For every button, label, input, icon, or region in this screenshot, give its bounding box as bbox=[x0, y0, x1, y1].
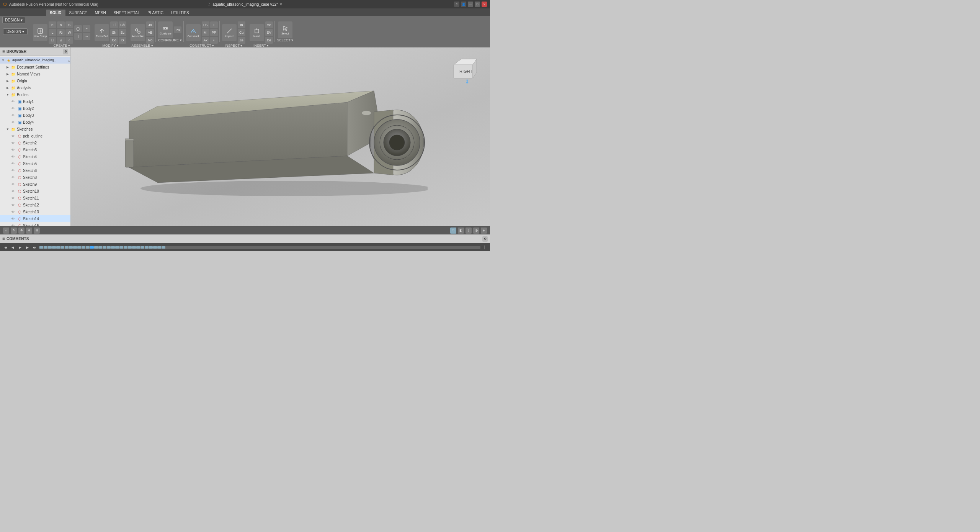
insert-mesh-btn[interactable]: Me bbox=[265, 21, 273, 28]
tree-sketch10[interactable]: 👁 ⬡ Sketch10 bbox=[0, 188, 70, 195]
sketch10-visibility[interactable]: 👁 bbox=[11, 189, 15, 193]
tab-mesh[interactable]: MESH bbox=[91, 10, 110, 16]
construct-label[interactable]: CONSTRUCT ▾ bbox=[189, 44, 214, 47]
tree-sketch12[interactable]: 👁 ⬡ Sketch12 bbox=[0, 201, 70, 208]
rib-btn[interactable]: Ri bbox=[57, 29, 65, 36]
coil-btn[interactable]: ~ bbox=[83, 25, 90, 32]
motion-btn[interactable]: Mo bbox=[146, 37, 154, 44]
measure-btn[interactable]: Inspect bbox=[222, 24, 237, 41]
view-cube[interactable]: RIGHT Z bbox=[452, 55, 482, 86]
parameter-btn[interactable]: Pa bbox=[174, 26, 181, 33]
curvature-btn[interactable]: Cu bbox=[238, 29, 245, 36]
combine-btn[interactable]: Co bbox=[110, 37, 118, 44]
doc-settings-toggle[interactable]: ▶ bbox=[5, 65, 10, 69]
sketch13-visibility[interactable]: 👁 bbox=[11, 210, 15, 214]
tangent-btn[interactable]: T bbox=[210, 21, 218, 28]
insert-label[interactable]: INSERT ▾ bbox=[253, 44, 269, 47]
design-dropdown-wrap[interactable]: DESIGN ▾ bbox=[2, 17, 28, 23]
root-toggle[interactable]: ▼ bbox=[1, 58, 5, 62]
offset-plane-btn[interactable]: Construct bbox=[186, 24, 201, 41]
decal-btn[interactable]: De bbox=[265, 37, 273, 44]
tree-sketch11[interactable]: 👁 ⬡ Sketch11 bbox=[0, 195, 70, 201]
sketch5-visibility[interactable]: 👁 bbox=[11, 161, 15, 166]
tree-origin[interactable]: ▶ 📁 Origin bbox=[0, 77, 70, 84]
analysis-toggle[interactable]: ▶ bbox=[5, 85, 10, 90]
tree-sketch4[interactable]: 👁 ⬡ Sketch4 bbox=[0, 153, 70, 160]
root-options[interactable]: ⊙ bbox=[68, 58, 70, 62]
fillet-btn[interactable]: Fi bbox=[110, 21, 118, 28]
display-mode-btn[interactable]: ◧ bbox=[458, 228, 464, 234]
tree-sketches[interactable]: ▼ 📁 Sketches bbox=[0, 126, 70, 133]
sketch11-visibility[interactable]: 👁 bbox=[11, 196, 15, 200]
sketch6-visibility[interactable]: 👁 bbox=[11, 168, 15, 173]
sweep-btn[interactable]: S bbox=[65, 21, 73, 28]
comments-settings-btn[interactable]: ⚙ bbox=[482, 236, 488, 242]
home-nav-btn[interactable]: ⌂ bbox=[3, 228, 9, 234]
tab-plastic[interactable]: PLASTIC bbox=[144, 10, 167, 16]
shadow-btn[interactable]: ◑ bbox=[473, 228, 479, 234]
tab-sheetmetal[interactable]: SHEET METAL bbox=[110, 10, 144, 16]
cylinder-btn[interactable]: ⌀ bbox=[57, 37, 65, 44]
move-btn[interactable]: ↔ bbox=[83, 33, 90, 40]
file-tab[interactable]: 🗋 aquatic_ultrasonic_imaging_case v12* ✕ bbox=[207, 2, 283, 7]
extrude-btn[interactable]: E bbox=[49, 21, 56, 28]
chamfer-btn[interactable]: Ch bbox=[119, 21, 126, 28]
help-btn[interactable]: ? bbox=[454, 2, 459, 7]
close-btn[interactable]: ✕ bbox=[482, 2, 487, 7]
tree-sketch9[interactable]: 👁 ⬡ Sketch9 bbox=[0, 181, 70, 188]
sketch9-visibility[interactable]: 👁 bbox=[11, 182, 15, 187]
axis-cyl-btn[interactable]: Ax bbox=[202, 37, 209, 44]
shell-btn[interactable]: Sh bbox=[110, 29, 118, 36]
tab-utilities[interactable]: UTILITIES bbox=[167, 10, 193, 16]
select-mode-btn[interactable]: Select bbox=[278, 21, 292, 38]
viewport[interactable]: RIGHT Z bbox=[71, 47, 490, 226]
plane-pts-btn[interactable]: PP bbox=[210, 29, 218, 36]
direct-btn[interactable]: D bbox=[119, 37, 126, 44]
configure-label[interactable]: CONFIGURE ▾ bbox=[158, 38, 182, 42]
pan-btn[interactable]: ✥ bbox=[18, 228, 24, 234]
view-mode-btn[interactable]: □ bbox=[450, 228, 456, 234]
midplane-btn[interactable]: Mi bbox=[202, 29, 209, 36]
insert-derive-btn[interactable]: Insert bbox=[250, 24, 264, 41]
tree-named-views[interactable]: ▶ 📁 Named Views bbox=[0, 70, 70, 77]
torus-btn[interactable]: ◯ bbox=[74, 25, 82, 32]
new-component-asm-btn[interactable]: Assemble bbox=[131, 24, 145, 41]
minimize-btn[interactable]: — bbox=[468, 2, 473, 7]
tree-body4[interactable]: 👁 ▣ Body4 bbox=[0, 119, 70, 126]
tree-sketch13[interactable]: 👁 ⬡ Sketch13 bbox=[0, 208, 70, 215]
body4-visibility[interactable]: 👁 bbox=[11, 120, 15, 124]
account-btn[interactable]: 👤 bbox=[461, 2, 466, 7]
pcb-visibility[interactable]: 👁 bbox=[11, 134, 15, 138]
tree-sketch5[interactable]: 👁 ⬡ Sketch5 bbox=[0, 160, 70, 167]
configure-btn[interactable]: Configure bbox=[158, 21, 173, 38]
revolve-btn[interactable]: R bbox=[57, 21, 65, 28]
tree-body3[interactable]: 👁 ▣ Body3 bbox=[0, 112, 70, 119]
sphere-btn[interactable]: ○ bbox=[65, 37, 73, 44]
tab-surface[interactable]: SURFACE bbox=[65, 10, 91, 16]
assemble-label[interactable]: ASSEMBLE ▾ bbox=[132, 44, 153, 47]
modify-label[interactable]: MODIFY ▾ bbox=[102, 44, 118, 47]
grid-btn[interactable]: ⋮ bbox=[466, 228, 472, 234]
body1-visibility[interactable]: 👁 bbox=[11, 99, 15, 104]
insert-svg-btn[interactable]: SV bbox=[265, 29, 273, 36]
design-selector[interactable]: DESIGN ▾ bbox=[3, 28, 28, 35]
tree-sketch3[interactable]: 👁 ⬡ Sketch3 bbox=[0, 146, 70, 153]
timeline-prev-btn[interactable]: ◀ bbox=[10, 245, 16, 250]
scale-btn[interactable]: Sc bbox=[119, 29, 126, 36]
press-pull-btn[interactable]: Press Pull bbox=[95, 24, 109, 41]
sketch12-visibility[interactable]: 👁 bbox=[11, 203, 15, 207]
timeline-end-marker[interactable]: | bbox=[482, 245, 488, 250]
timeline-play-btn[interactable]: ▶ bbox=[17, 245, 23, 250]
body3-visibility[interactable]: 👁 bbox=[11, 113, 15, 118]
zebra-btn[interactable]: Ze bbox=[238, 37, 245, 44]
sketch4-visibility[interactable]: 👁 bbox=[11, 154, 15, 159]
timeline-skip-start-btn[interactable]: ⏮ bbox=[2, 245, 8, 250]
tree-sketch15[interactable]: 👁 ⬡ Sketch15 bbox=[0, 222, 70, 226]
tab-solid[interactable]: SOLID bbox=[46, 10, 65, 16]
select-label[interactable]: SELECT ▾ bbox=[277, 38, 293, 42]
tree-sketch14[interactable]: 👁 ⬡ Sketch14 bbox=[0, 215, 70, 222]
tree-analysis[interactable]: ▶ 📁 Analysis bbox=[0, 84, 70, 91]
interference-btn[interactable]: In bbox=[238, 21, 245, 28]
tree-pcb-outline[interactable]: 👁 ⬡ pcb_outline bbox=[0, 133, 70, 139]
timeline-skip-end-btn[interactable]: ⏭ bbox=[31, 245, 38, 250]
